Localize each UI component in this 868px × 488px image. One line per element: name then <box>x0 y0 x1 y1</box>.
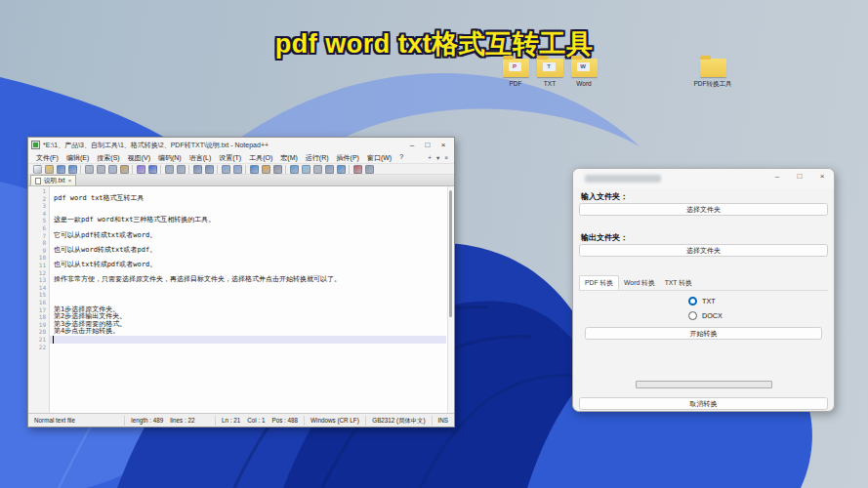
word-wrap-icon[interactable] <box>250 165 259 174</box>
editor-line-5[interactable]: 5这是一款pdf word和txt三种格式互相转换的工具。 <box>50 217 446 224</box>
start-convert-button[interactable]: 开始转换 <box>585 327 822 340</box>
menu-编辑E[interactable]: 编辑(E) <box>62 153 93 163</box>
editor-line-15[interactable]: 15 <box>50 291 446 299</box>
redo-icon[interactable] <box>148 165 157 174</box>
menu-搜索S[interactable]: 搜索(S) <box>93 153 123 163</box>
radio-txt[interactable] <box>688 297 697 305</box>
undo-icon[interactable] <box>137 165 145 174</box>
tab-close-icon[interactable]: × <box>444 154 448 162</box>
scrollbar-thumb[interactable] <box>449 190 452 317</box>
editor-line-3[interactable]: 3 <box>50 202 446 210</box>
line-number: 14 <box>28 284 46 292</box>
notepadpp-toolbar <box>28 163 454 175</box>
maximize-button[interactable]: □ <box>420 140 435 151</box>
editor-line-13[interactable]: 13操作非常方便，只需要选择原文件夹，再选择目标文件夹，选择格式并点击开始转换就… <box>50 276 446 284</box>
menu-工具O[interactable]: 工具(O) <box>245 153 276 163</box>
editor-line-9[interactable]: 9也可以从word转成txt或者pdf。 <box>50 247 446 255</box>
status-insert-mode: INS <box>433 416 455 426</box>
editor-line-22[interactable]: 22 <box>50 344 446 351</box>
tab-TXT-转换[interactable]: TXT 转换 <box>660 276 697 290</box>
pdf-file-icon: P <box>509 62 521 71</box>
menu-设置T[interactable]: 设置(T) <box>215 153 245 163</box>
tab-PDF-转换[interactable]: PDF 转换 <box>579 275 619 290</box>
menu-窗口W[interactable]: 窗口(W) <box>363 153 395 163</box>
vertical-scrollbar[interactable] <box>447 186 454 413</box>
document-icon <box>35 178 41 184</box>
toolbar-separator <box>132 165 133 174</box>
editor-area[interactable]: 12pdf word txt格式互转工具345这是一款pdf word和txt三… <box>28 186 454 413</box>
menu-视图V[interactable]: 视图(V) <box>124 153 154 163</box>
line-text: pdf word txt格式互转工具 <box>50 195 145 203</box>
radio-row-txt[interactable]: TXT <box>688 297 716 305</box>
zoom-in-icon[interactable] <box>193 165 202 174</box>
save-all-icon[interactable] <box>68 165 77 174</box>
editor-line-2[interactable]: 2pdf word txt格式互转工具 <box>50 195 446 203</box>
copy-icon[interactable] <box>108 165 117 174</box>
zoom-out-icon[interactable] <box>205 165 214 174</box>
sync-horizontal-icon[interactable] <box>233 165 242 174</box>
record-macro-icon[interactable] <box>353 165 362 174</box>
toolbar-separator <box>188 165 189 174</box>
menu-语言L[interactable]: 语言(L) <box>186 153 216 163</box>
cancel-convert-button[interactable]: 取消转换 <box>579 397 828 410</box>
desktop-icon-Word[interactable]: WWord <box>562 59 605 87</box>
open-file-icon[interactable] <box>45 165 54 174</box>
choose-input-folder-button[interactable]: 选择文件夹 <box>579 203 828 216</box>
desktop-icon-label: PDF转换工具 <box>691 80 734 87</box>
line-number: 8 <box>28 239 46 247</box>
editor-line-20[interactable]: 20第4步点击开始转换。 <box>50 328 446 336</box>
radio-row-docx[interactable]: DOCX <box>688 311 723 320</box>
menu-宏M[interactable]: 宏(M) <box>276 153 302 163</box>
desktop-icon-PDF转换工具[interactable]: PDF转换工具 <box>691 59 734 87</box>
document-list-icon[interactable] <box>313 165 322 174</box>
line-number: 3 <box>28 202 46 210</box>
sync-vertical-icon[interactable] <box>222 165 230 174</box>
editor-line-7[interactable]: 7它可以从pdf转成txt或者word。 <box>50 232 446 240</box>
menu-items: 文件(F)编辑(E)搜索(S)视图(V)编码(N)语言(L)设置(T)工具(O)… <box>32 153 407 163</box>
function-list-icon[interactable] <box>290 165 299 174</box>
menu-插件P[interactable]: 插件(P) <box>333 153 363 163</box>
menu-文件F[interactable]: 文件(F) <box>32 153 62 163</box>
print-icon[interactable] <box>85 165 94 174</box>
maximize-button[interactable]: □ <box>794 172 806 181</box>
line-number: 18 <box>28 313 46 321</box>
playback-macro-icon[interactable] <box>365 165 374 174</box>
close-button[interactable]: × <box>435 140 451 151</box>
editor-line-21[interactable]: 21 <box>50 336 446 344</box>
menu-运行R[interactable]: 运行(R) <box>302 153 333 163</box>
editor-line-14[interactable]: 14 <box>50 284 446 292</box>
status-length: length : 489 lines : 22 <box>125 416 216 426</box>
tab-Word-转换[interactable]: Word 转换 <box>619 276 660 290</box>
line-text: 它可以从pdf转成txt或者word。 <box>50 232 156 240</box>
paste-icon[interactable] <box>120 165 129 174</box>
show-all-characters-icon[interactable] <box>262 165 270 174</box>
cut-icon[interactable] <box>97 165 105 174</box>
line-number: 9 <box>28 247 46 255</box>
folder-workspace-icon[interactable] <box>325 165 334 174</box>
tab-close-icon[interactable]: × <box>68 178 72 183</box>
notepadpp-titlebar[interactable]: *E:\1、产品\3、自制工具\1、格式转换\2、PDF转TXT\说明.txt … <box>28 138 454 152</box>
monitoring-icon[interactable] <box>337 165 346 174</box>
tab-list-icon[interactable]: ▾ <box>436 154 439 162</box>
menu-编码N[interactable]: 编码(N) <box>154 153 186 163</box>
close-button[interactable]: × <box>816 172 828 181</box>
line-number: 22 <box>28 344 46 351</box>
menu-[interactable]: ? <box>395 153 407 163</box>
radio-docx[interactable] <box>688 311 697 320</box>
editor-line-11[interactable]: 11也可以从txt转成pdf或者word。 <box>50 262 446 269</box>
choose-output-folder-button[interactable]: 选择文件夹 <box>579 244 828 257</box>
folder-icon: P <box>503 59 529 77</box>
replace-icon[interactable] <box>177 165 186 174</box>
tab-new-icon[interactable]: + <box>428 154 432 162</box>
new-file-icon[interactable] <box>33 165 42 174</box>
minimize-button[interactable]: – <box>771 172 783 181</box>
editor-lines[interactable]: 12pdf word txt格式互转工具345这是一款pdf word和txt三… <box>50 186 454 413</box>
converter-titlebar[interactable]: – □ × <box>573 169 834 188</box>
line-number: 10 <box>28 254 46 262</box>
find-icon[interactable] <box>165 165 174 174</box>
tab-shuoming-txt[interactable]: 说明.txt × <box>30 175 76 185</box>
save-icon[interactable] <box>57 165 65 174</box>
document-map-icon[interactable] <box>302 165 310 174</box>
minimize-button[interactable]: – <box>404 140 420 151</box>
indent-guide-icon[interactable] <box>273 165 282 174</box>
